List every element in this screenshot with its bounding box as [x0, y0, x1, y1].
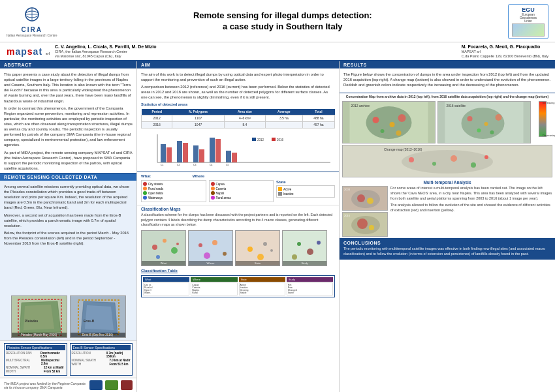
where-dot-1 — [211, 182, 215, 186]
svg-point-54 — [317, 241, 321, 245]
aim-section: AIM The aim of this work is to detect il… — [137, 61, 339, 172]
header-left-logos: CIRA Italian Aerospace Research Centre — [7, 7, 57, 37]
multi-para1: For some areas of interest a multi-tempo… — [390, 186, 552, 201]
what-item-3: Open fields — [143, 191, 204, 195]
sensor-specs: Pleiades Sensor Specifications RESOLUTIO… — [0, 340, 136, 378]
aim-para2: A comparison between 2012 (reference) an… — [141, 84, 335, 100]
where-item-1: Capua — [211, 182, 272, 186]
svg-point-36 — [152, 245, 157, 250]
cira-acronym: CIRA — [22, 26, 42, 33]
conclusions-body: The periodic monitoring with multitempor… — [343, 247, 551, 256]
multi-svg-2: 2016 — [343, 213, 388, 237]
conc-map-title: Concentration Map from archive data in 2… — [340, 93, 555, 100]
pleiades-label: Pleiades (March-May 2016) — [12, 333, 67, 337]
svg-text:2016: 2016 — [277, 138, 284, 142]
svg-point-61 — [381, 129, 385, 133]
svg-point-69 — [477, 128, 481, 132]
svg-point-39 — [156, 255, 160, 259]
svg-point-60 — [398, 114, 406, 122]
what-item-2: Rural roads — [143, 187, 204, 190]
multi-img-2: 2016 — [342, 212, 388, 237]
where-label: Where — [193, 174, 204, 178]
classif-map-2: Where — [188, 230, 233, 266]
cira-logo: CIRA Italian Aerospace Research Centre — [7, 7, 57, 37]
remote-sensing-title: REMOTE SENSING COLLECTED DATA — [0, 173, 136, 181]
footer-logos-right — [89, 380, 133, 390]
multi-temporal-text: For some areas of interest a multi-tempo… — [390, 186, 552, 237]
conc-map-2012: 2012 archive — [342, 101, 436, 143]
svg-point-74 — [409, 157, 414, 162]
header: CIRA Italian Aerospace Research Centre R… — [0, 0, 555, 42]
svg-rect-23 — [215, 139, 221, 162]
svg-point-70 — [490, 130, 494, 134]
svg-text:2012: 2012 — [257, 138, 264, 142]
egu-sub3: Union — [524, 20, 532, 23]
what-item-1: City streets — [143, 182, 204, 186]
conc-maps-top: 2012 archive 2016 satellite — [340, 100, 555, 145]
cell-period-2012: 2012 — [142, 115, 172, 122]
satellite-images: Pleiades Pleiades (March-May 2016) Eros-… — [0, 293, 136, 340]
cell-area-2012: 4–6 km² — [224, 115, 265, 122]
col-mid: AIM The aim of this work is to detect il… — [137, 61, 340, 392]
erosb-spec-box: Eros B Sensor Specifications RESOLUTION … — [70, 343, 133, 376]
svg-point-67 — [484, 122, 488, 126]
svg-point-44 — [223, 252, 227, 256]
multi-svg-1: 2003 — [343, 187, 388, 211]
classif-table-rows: City st.Rural rd.Open f.Water. CapuaCase… — [143, 282, 333, 295]
svg-point-43 — [212, 240, 217, 245]
svg-point-48 — [263, 242, 267, 246]
what-where-header: What Where — [137, 172, 339, 179]
svg-rect-28 — [272, 138, 276, 141]
where-dot-4 — [211, 196, 215, 200]
svg-rect-17 — [166, 147, 172, 162]
multi-para2: The analysis allowed to follow the evolu… — [390, 203, 552, 213]
classif-map-3: State — [235, 230, 280, 266]
col-right: RESULTS The Figure below shows the conce… — [340, 61, 555, 392]
what-label: What — [141, 174, 151, 178]
svg-point-57 — [366, 106, 412, 139]
svg-text:Eros-B: Eros-B — [84, 319, 95, 323]
pleiades-spec-title: Pleiades Sensor Specifications — [6, 345, 65, 350]
cira-full: Italian Aerospace Research Centre — [7, 33, 57, 37]
abstract-body: This paper presents a case study about t… — [0, 68, 136, 173]
pleiades-spec-box: Pleiades Sensor Specifications RESOLUTIO… — [4, 343, 67, 376]
where-legend-box: Capua Caserta Napoli Rural areas — [209, 180, 274, 202]
svg-point-82 — [357, 194, 365, 202]
multi-images: 2003 2016 — [342, 186, 388, 237]
erosb-spec-row-2: NOMINAL SWATH 7.0 km at Nadir — [72, 359, 131, 362]
svg-marker-11 — [85, 305, 114, 330]
aim-body: The aim of this work is to detect illega… — [137, 68, 339, 172]
cell-period-2016: 2016 — [142, 122, 172, 128]
cell-avg-2012: 3.5 ha — [265, 115, 302, 122]
results-section: RESULTS The Figure below shows the conce… — [340, 61, 555, 93]
svg-rect-19 — [183, 143, 188, 162]
cell-poly-2012: 1107 — [172, 115, 225, 122]
svg-point-87 — [357, 219, 368, 229]
mapsat-logo: mapsat srl — [7, 47, 50, 56]
left-author-block: mapsat srl C. V. Angelino, L. Cicala, S.… — [7, 44, 157, 58]
col-left: ABSTRACT This paper presents a case stud… — [0, 61, 137, 392]
abstract-title: ABSTRACT — [0, 61, 136, 68]
title-line1: Remote sensing for illegal dumps detecti… — [57, 10, 508, 33]
svg-rect-25 — [232, 153, 237, 162]
svg-point-52 — [297, 242, 301, 246]
svg-marker-6 — [24, 305, 54, 330]
col-area: Area size — [224, 109, 265, 115]
col-average: Average — [265, 109, 302, 115]
authors-right: M. Focareta, G. Meoli, G. Piacquadio MAP… — [462, 44, 548, 58]
cell-total-2012: 488 ha — [302, 115, 334, 122]
results-body: The Figure below shows the concentration… — [340, 68, 555, 93]
scale-decreasing-label: Decreasing — [543, 134, 552, 137]
svg-point-53 — [307, 249, 313, 255]
classif-map-4-label: Study — [283, 261, 326, 265]
remote-para2: Moreover, a second set of acquisition ha… — [4, 213, 133, 228]
stats-title: Statistics of detected areas — [141, 102, 335, 108]
classif-table-title: Classification Table — [137, 267, 339, 274]
where-item-3: Napoli — [211, 191, 272, 195]
scale-increasing-label: Increasing — [543, 101, 552, 104]
classif-maps-title: Classification Maps — [137, 205, 339, 213]
classif-maps-images: What Where — [137, 229, 339, 267]
stats-table: Period N. Polygons Area size Average Tot… — [141, 109, 335, 128]
table-row-2016: 2016 1047 8.4 457 ha — [142, 122, 335, 128]
table-row-2012: 2012 1107 4–6 km² 3.5 ha 488 ha — [142, 115, 335, 122]
